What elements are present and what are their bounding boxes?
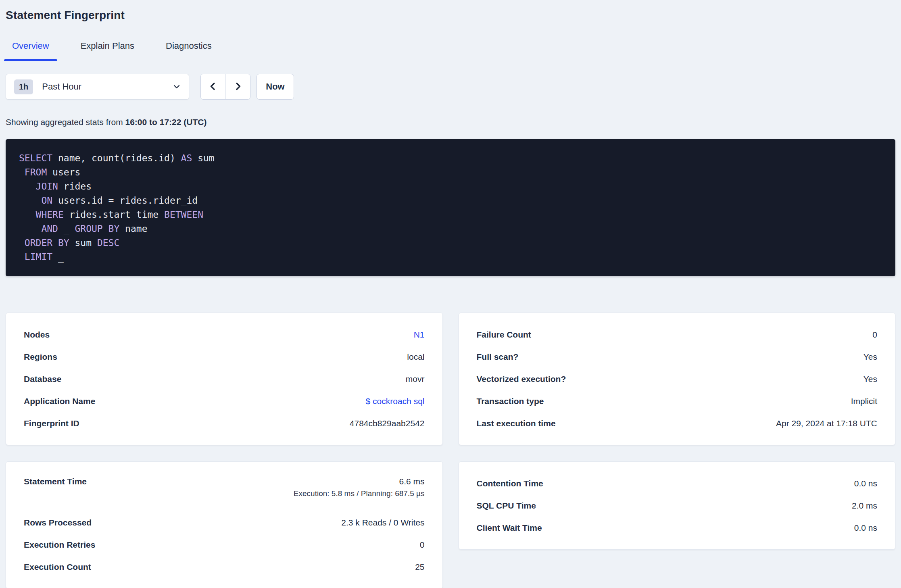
- sql-keyword: WHERE: [36, 209, 64, 220]
- sql-text: [19, 252, 25, 262]
- row-value-block: 2.3 k Reads / 0 Writes: [341, 518, 424, 528]
- row-value-block: 6.6 msExecution: 5.8 ms / Planning: 687.…: [294, 477, 425, 498]
- sql-text: name: [119, 223, 147, 234]
- sql-keyword: AS: [181, 153, 192, 163]
- stats-line-range: 16:00 to 17:22 (UTC): [125, 117, 207, 127]
- row-label: Execution Count: [24, 562, 91, 572]
- execution-attributes-card: Failure Count0Full scan?YesVectorized ex…: [459, 313, 896, 445]
- execution-count-value: 25: [415, 562, 424, 571]
- card-row: NodesN1: [24, 323, 425, 346]
- row-value-block: Implicit: [851, 396, 877, 406]
- sql-text: _: [203, 209, 215, 220]
- row-label: Database: [24, 374, 61, 384]
- interval-badge: 1h: [14, 79, 33, 94]
- row-label: Failure Count: [477, 330, 531, 340]
- row-label: SQL CPU Time: [477, 501, 536, 511]
- time-window-arrows: [200, 74, 250, 100]
- row-subvalue: Execution: 5.8 ms / Planning: 687.5 µs: [294, 489, 425, 498]
- sql-keyword: BETWEEN: [164, 209, 203, 220]
- row-label: Client Wait Time: [477, 523, 542, 533]
- sql-keyword: FROM: [25, 167, 47, 177]
- row-label: Contention Time: [477, 479, 543, 488]
- time-interval-label: Past Hour: [42, 81, 81, 92]
- card-row: Transaction typeImplicit: [477, 390, 878, 412]
- nodes-link[interactable]: N1: [414, 330, 425, 339]
- card-row: Statement Time6.6 msExecution: 5.8 ms / …: [24, 472, 425, 511]
- card-row: Regionslocal: [24, 346, 425, 368]
- sql-keyword: SELECT: [19, 153, 52, 163]
- sql-keyword: JOIN: [36, 181, 58, 192]
- card-row: Client Wait Time0.0 ns: [477, 517, 878, 539]
- row-value-block: Yes: [863, 374, 877, 384]
- row-value-block: Apr 29, 2024 at 17:18 UTC: [776, 419, 877, 428]
- card-row: Rows Processed2.3 k Reads / 0 Writes: [24, 511, 425, 534]
- tab-bar: Overview Explain Plans Diagnostics: [4, 40, 895, 61]
- vectorized-execution-value: Yes: [863, 374, 877, 384]
- row-value-block: $ cockroach sql: [366, 396, 425, 406]
- sql-text: users: [47, 167, 80, 177]
- chevron-left-icon: [208, 81, 218, 92]
- page-title: Statement Fingerprint: [6, 9, 895, 22]
- next-time-window-button[interactable]: [225, 74, 250, 99]
- row-label: Execution Retries: [24, 540, 95, 550]
- row-value-block: 0.0 ns: [854, 479, 877, 488]
- time-interval-select[interactable]: 1h Past Hour: [6, 74, 189, 100]
- execution-retries-value: 0: [420, 540, 425, 549]
- sql-statement: SELECT name, count(rides.id) AS sum FROM…: [6, 139, 895, 276]
- sql-text: [19, 167, 25, 177]
- tab-overview[interactable]: Overview: [4, 40, 57, 61]
- sql-keyword: ORDER BY: [25, 238, 69, 248]
- row-label: Full scan?: [477, 352, 519, 362]
- sql-text: sum: [69, 238, 97, 248]
- sql-cpu-time-value: 2.0 ms: [852, 501, 877, 510]
- tab-explain-plans[interactable]: Explain Plans: [73, 40, 142, 61]
- chevron-right-icon: [233, 81, 243, 92]
- card-row: Fingerprint ID4784cb829aab2542: [24, 412, 425, 434]
- sql-keyword: AND: [41, 223, 58, 234]
- sql-keyword: LIMIT: [25, 252, 52, 262]
- row-value-block: 0: [420, 540, 425, 550]
- sql-text: rides.start_time: [64, 209, 164, 220]
- card-row: Last execution timeApr 29, 2024 at 17:18…: [477, 412, 878, 434]
- summary-cards: NodesN1RegionslocalDatabasemovrApplicati…: [6, 313, 895, 588]
- sql-keyword: DESC: [97, 238, 119, 248]
- database-value: movr: [406, 374, 425, 384]
- transaction-type-value: Implicit: [851, 396, 877, 406]
- row-value-block: 25: [415, 562, 424, 572]
- sql-text: rides: [58, 181, 92, 192]
- tab-diagnostics[interactable]: Diagnostics: [158, 40, 220, 61]
- row-value-block: 2.0 ms: [852, 501, 877, 511]
- row-value-block: movr: [406, 374, 425, 384]
- fingerprint-id-value: 4784cb829aab2542: [350, 419, 425, 428]
- row-value-block: local: [407, 352, 424, 362]
- row-label: Rows Processed: [24, 518, 92, 528]
- sql-text: [19, 195, 41, 206]
- previous-time-window-button[interactable]: [201, 74, 225, 99]
- card-row: Vectorized execution?Yes: [477, 368, 878, 390]
- statement-timing-card: Statement Time6.6 msExecution: 5.8 ms / …: [6, 461, 443, 588]
- row-value-block: 4784cb829aab2542: [350, 419, 425, 428]
- card-row: Contention Time0.0 ns: [477, 472, 878, 494]
- card-row: Execution Retries0: [24, 534, 425, 556]
- chevron-down-icon: [173, 83, 181, 91]
- sql-text: _: [52, 252, 64, 262]
- application-name-link[interactable]: $ cockroach sql: [366, 396, 425, 406]
- client-wait-time-value: 0.0 ns: [854, 523, 877, 532]
- row-label: Nodes: [24, 330, 50, 340]
- row-value-block: N1: [414, 330, 425, 340]
- sql-text: [19, 223, 41, 234]
- row-label: Last execution time: [477, 419, 556, 428]
- sql-text: users.id = rides.rider_id: [52, 195, 198, 206]
- row-label: Transaction type: [477, 396, 544, 406]
- card-row: SQL CPU Time2.0 ms: [477, 494, 878, 517]
- row-label: Vectorized execution?: [477, 374, 566, 384]
- row-label: Application Name: [24, 396, 95, 406]
- card-row: Full scan?Yes: [477, 346, 878, 368]
- row-label: Statement Time: [24, 477, 87, 486]
- sql-text: [19, 238, 25, 248]
- now-button[interactable]: Now: [257, 74, 294, 100]
- card-row: Execution Count25: [24, 556, 425, 578]
- time-controls: 1h Past Hour Now: [6, 74, 895, 100]
- full-scan-value: Yes: [863, 352, 877, 361]
- failure-count-value: 0: [872, 330, 877, 339]
